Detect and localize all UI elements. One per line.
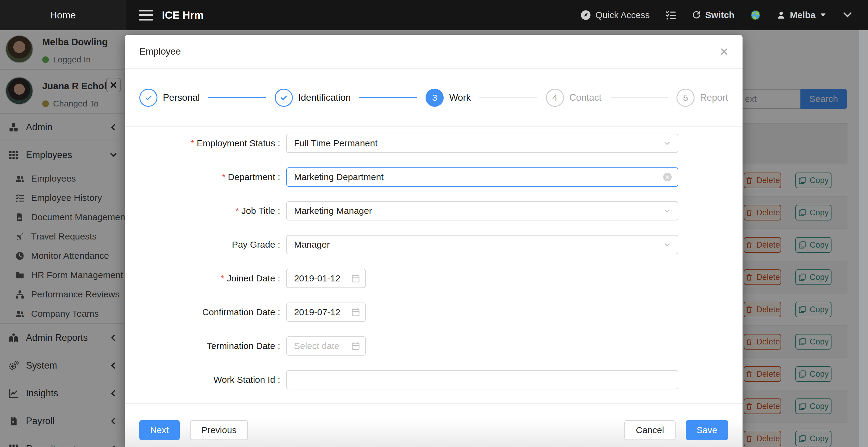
field-label: Employment Status :	[197, 138, 280, 148]
work-form: *Employment Status : Full Time Permanent…	[125, 127, 743, 389]
required-marker: *	[222, 172, 226, 182]
step-label: Identification	[298, 92, 351, 103]
department-select[interactable]: Marketing Department	[286, 168, 678, 187]
switch-label: Switch	[705, 10, 734, 20]
field-label: Pay Grade :	[232, 239, 280, 249]
step-personal[interactable]: Personal	[140, 89, 200, 107]
step-contact[interactable]: 4 Contact	[546, 89, 602, 107]
job-title-select[interactable]: Marketing Manager	[286, 201, 678, 220]
chevron-down-icon	[662, 240, 672, 249]
check-icon	[279, 93, 289, 102]
employee-modal: Employee Personal Identification 3 Work	[125, 35, 743, 447]
topbar-left-section: Home	[0, 0, 126, 30]
required-marker: *	[236, 206, 239, 216]
save-button[interactable]: Save	[686, 420, 728, 440]
calendar-icon	[351, 274, 361, 283]
modal-footer: Next Previous Cancel Save	[125, 404, 743, 447]
step-identification[interactable]: Identification	[275, 89, 351, 107]
modal-close-button[interactable]	[718, 46, 731, 58]
switch-icon	[692, 10, 701, 20]
caret-down-icon	[820, 12, 826, 19]
user-menu[interactable]: Melba	[777, 10, 826, 20]
step-connector	[610, 97, 668, 98]
compass-icon	[580, 10, 591, 21]
step-number: 5	[677, 89, 694, 107]
quick-access-button[interactable]: Quick Access	[580, 10, 650, 21]
step-connector	[479, 97, 537, 98]
step-number: 3	[426, 89, 444, 107]
cancel-button[interactable]: Cancel	[624, 420, 675, 440]
scrollbar[interactable]	[859, 30, 868, 447]
app-brand[interactable]: ICE Hrm	[162, 9, 204, 21]
chevron-down-icon[interactable]	[842, 10, 853, 21]
switch-user-button[interactable]: Switch	[692, 10, 734, 20]
step-number: 4	[546, 89, 564, 107]
field-label: Department :	[228, 172, 280, 182]
previous-button[interactable]: Previous	[190, 420, 248, 440]
field-label: Confirmation Date :	[203, 307, 280, 317]
step-label: Personal	[163, 92, 200, 103]
tasks-list-icon[interactable]	[665, 10, 676, 21]
clear-icon[interactable]	[663, 173, 672, 181]
work-station-id-input[interactable]	[286, 370, 678, 389]
topbar-main: ICE Hrm Quick Access Switch	[126, 0, 868, 30]
date-placeholder: Select date	[294, 341, 339, 351]
chevron-down-icon	[662, 206, 672, 215]
date-value: 2019-01-12	[294, 273, 340, 284]
cancel-label: Cancel	[636, 425, 664, 435]
step-work[interactable]: 3 Work	[426, 89, 471, 107]
step-label: Contact	[569, 92, 602, 103]
quick-access-label: Quick Access	[595, 10, 650, 20]
step-connector	[359, 97, 417, 98]
select-value: Marketing Department	[294, 172, 384, 182]
step-connector	[208, 97, 266, 98]
chevron-down-icon	[662, 139, 672, 148]
select-value: Manager	[294, 239, 330, 250]
employment-status-select[interactable]: Full Time Permanent	[286, 133, 678, 153]
pay-grade-select[interactable]: Manager	[286, 235, 678, 254]
close-icon	[719, 47, 729, 57]
step-report[interactable]: 5 Report	[677, 89, 728, 107]
joined-date-picker[interactable]: 2019-01-12	[286, 269, 366, 288]
field-label: Job Title :	[242, 206, 280, 216]
field-label: Work Station Id :	[214, 375, 280, 385]
language-globe-icon[interactable]	[750, 10, 761, 21]
topbar: Home ICE Hrm Quick Access	[0, 0, 868, 30]
wizard-steps: Personal Identification 3 Work 4 Contact…	[125, 69, 743, 127]
select-value: Full Time Permanent	[294, 138, 378, 148]
page-content: Melba Dowling Logged In Juana R Echols C…	[0, 30, 868, 447]
field-label: Joined Date :	[227, 273, 280, 283]
next-button[interactable]: Next	[140, 420, 180, 440]
home-link[interactable]: Home	[50, 10, 76, 21]
step-label: Report	[700, 92, 728, 103]
required-marker: *	[221, 273, 225, 283]
user-name-label: Melba	[790, 10, 815, 20]
check-icon	[144, 93, 153, 102]
select-value: Marketing Manager	[294, 206, 372, 216]
user-icon	[777, 10, 786, 20]
calendar-icon	[351, 307, 361, 317]
save-label: Save	[697, 425, 717, 435]
next-label: Next	[150, 425, 169, 435]
termination-date-picker[interactable]: Select date	[286, 336, 366, 356]
step-label: Work	[449, 92, 471, 103]
date-value: 2019-07-12	[294, 307, 340, 317]
confirmation-date-picker[interactable]: 2019-07-12	[286, 302, 366, 322]
previous-label: Previous	[202, 425, 237, 435]
field-label: Termination Date :	[207, 341, 280, 351]
modal-title: Employee	[140, 46, 181, 57]
calendar-icon	[351, 341, 361, 351]
required-marker: *	[191, 138, 194, 148]
menu-toggle-icon[interactable]	[139, 10, 153, 21]
